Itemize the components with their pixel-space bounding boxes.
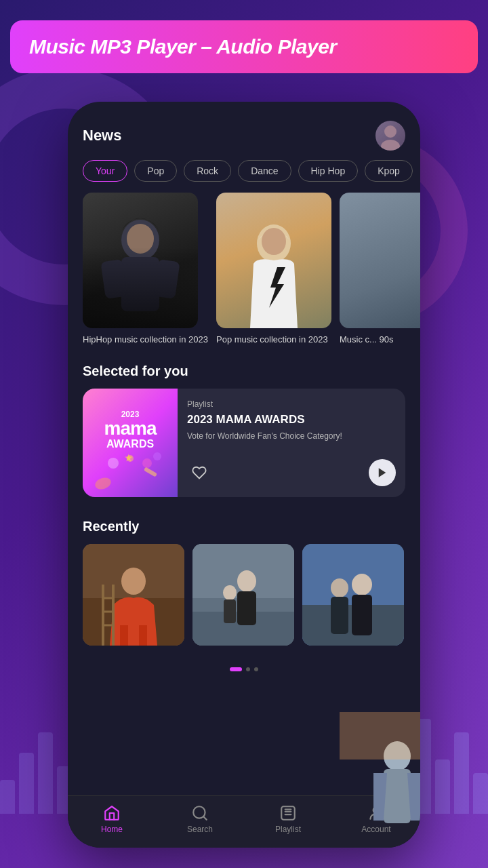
playlist-icon (279, 804, 297, 822)
genre-tab-kpop[interactable]: Kpop (365, 160, 413, 182)
selected-section-title: Selected for you (68, 358, 420, 389)
news-card-third[interactable]: Music c... 90s (340, 193, 420, 346)
news-card-hiphop[interactable]: HipHop music collection in 2023 (83, 193, 208, 346)
like-button[interactable] (187, 460, 211, 485)
nav-label-search: Search (187, 825, 213, 834)
genre-tab-dance[interactable]: Dance (238, 160, 291, 182)
featured-card-description: Vote for Worldwide Fan's Choice Category… (187, 431, 396, 452)
nav-label-home: Home (101, 825, 123, 834)
recently-img-3 (302, 544, 404, 646)
mama-awards-artwork: 2023 mama AWARDS (103, 410, 157, 476)
svg-point-6 (127, 224, 154, 254)
svg-point-8 (262, 228, 286, 255)
svg-rect-24 (139, 625, 147, 646)
svg-point-1 (381, 140, 400, 151)
svg-rect-4 (100, 259, 127, 299)
featured-card-actions (187, 459, 396, 486)
phone-content: News Your Pop Rock Dance Hip Hop Kpop (68, 102, 420, 795)
third-image (340, 193, 420, 328)
svg-point-39 (331, 578, 348, 597)
featured-card-title: 2023 MAMA AWARDS (187, 413, 396, 427)
svg-rect-3 (121, 257, 159, 311)
featured-card-info: Playlist 2023 MAMA AWARDS Vote for World… (178, 389, 405, 497)
dot-1 (230, 667, 242, 671)
svg-point-35 (223, 585, 237, 600)
news-card-label-third: Music c... 90s (340, 334, 420, 346)
genre-tab-your[interactable]: Your (83, 160, 127, 182)
news-card-img-third (340, 193, 420, 328)
svg-point-18 (153, 452, 161, 460)
svg-point-16 (94, 476, 113, 491)
dot-3 (254, 667, 258, 671)
home-icon (103, 804, 121, 822)
news-header: News (68, 102, 420, 160)
recently-img-1 (83, 544, 184, 646)
svg-point-22 (121, 568, 146, 595)
mama-awards-label: AWARDS (103, 438, 157, 450)
svg-marker-19 (379, 468, 386, 477)
news-card-img-hiphop (83, 193, 198, 328)
recently-card-1[interactable] (83, 544, 184, 646)
recently-cards-list (68, 544, 420, 662)
avatar[interactable] (375, 121, 405, 151)
news-cards-list: HipHop music collection in 2023 (68, 193, 420, 358)
phone-frame: News Your Pop Rock Dance Hip Hop Kpop (68, 102, 420, 848)
news-card-img-pop (216, 193, 331, 328)
nav-item-home[interactable]: Home (88, 804, 136, 834)
dot-2 (246, 667, 250, 671)
svg-point-41 (352, 574, 372, 595)
recently-section-title: Recently (68, 513, 420, 544)
play-button[interactable] (369, 459, 396, 486)
news-section-title: News (83, 127, 121, 144)
eminem-image (83, 193, 198, 328)
recently-card-2[interactable] (192, 544, 294, 646)
nav-item-playlist[interactable]: Playlist (264, 804, 312, 834)
weeknd-image (216, 193, 331, 328)
svg-rect-42 (352, 595, 372, 635)
avatar-image (375, 121, 405, 151)
svg-rect-45 (281, 806, 295, 820)
svg-rect-5 (153, 259, 180, 299)
featured-card-image: 2023 mama AWARDS (83, 389, 178, 497)
svg-line-44 (203, 816, 207, 820)
recently-img-2 (192, 544, 294, 646)
news-card-label-hiphop: HipHop music collection in 2023 (83, 334, 208, 346)
svg-point-33 (237, 570, 256, 592)
svg-rect-17 (144, 467, 157, 477)
banner-title: Music MP3 Player – Audio Player (29, 35, 459, 58)
mama-logo: mama (103, 419, 157, 438)
dot-indicators (68, 662, 420, 674)
featured-card[interactable]: 2023 mama AWARDS (83, 389, 405, 497)
nav-label-playlist: Playlist (275, 825, 301, 834)
news-card-pop[interactable]: Pop music collection in 2023 (216, 193, 331, 346)
search-icon (191, 804, 209, 822)
genre-tab-hiphop[interactable]: Hip Hop (298, 160, 359, 182)
svg-rect-40 (331, 597, 348, 634)
svg-rect-23 (120, 625, 128, 646)
featured-card-tag: Playlist (187, 399, 396, 409)
svg-rect-36 (224, 599, 236, 623)
genre-tab-rock[interactable]: Rock (184, 160, 231, 182)
genre-tabs: Your Pop Rock Dance Hip Hop Kpop (68, 160, 420, 193)
news-card-label-pop: Pop music collection in 2023 (216, 334, 331, 346)
nav-item-search[interactable]: Search (176, 804, 224, 834)
recently-card-3[interactable] (302, 544, 404, 646)
app-banner: Music MP3 Player – Audio Player (10, 20, 478, 73)
svg-rect-34 (237, 591, 256, 625)
svg-point-0 (384, 125, 396, 138)
genre-tab-pop[interactable]: Pop (134, 160, 177, 182)
